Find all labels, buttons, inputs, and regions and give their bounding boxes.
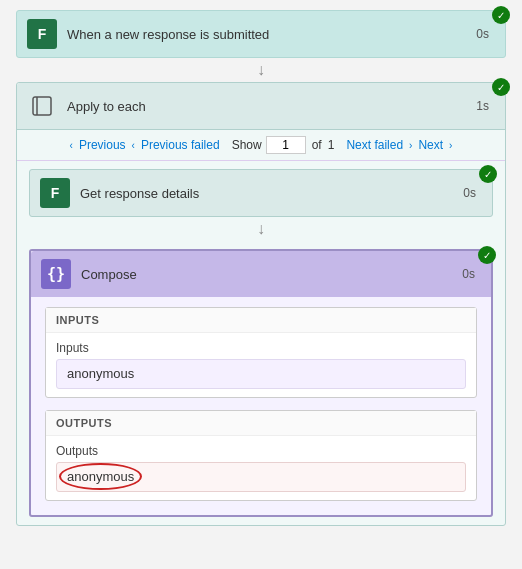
compose-body: INPUTS Inputs anonymous OUTPUTS Outputs: [31, 297, 491, 515]
compose-header[interactable]: {} Compose 0s ✓: [31, 251, 491, 297]
chevron-right-next: ›: [449, 140, 452, 151]
loop-inner-content: F Get response details 0s ✓ ↓ {} Compose…: [17, 161, 505, 525]
next-button[interactable]: Next: [416, 138, 445, 152]
outputs-field-value: anonymous: [56, 462, 466, 492]
outputs-field-label: Outputs: [56, 444, 466, 458]
inner-step-duration: 0s: [463, 186, 476, 200]
get-response-block[interactable]: F Get response details 0s ✓: [29, 169, 493, 217]
chevron-right-nextfail: ›: [409, 140, 412, 151]
previous-failed-button[interactable]: Previous failed: [139, 138, 222, 152]
trigger-status-check: ✓: [492, 6, 510, 24]
compose-icon: {}: [41, 259, 71, 289]
loop-status-check: ✓: [492, 78, 510, 96]
inputs-section-header: INPUTS: [46, 308, 476, 333]
compose-block: {} Compose 0s ✓ INPUTS Inputs anonymous: [29, 249, 493, 517]
inputs-field-value: anonymous: [56, 359, 466, 389]
forms-icon: F: [27, 19, 57, 49]
previous-button[interactable]: Previous: [77, 138, 128, 152]
trigger-title: When a new response is submitted: [67, 27, 476, 42]
inputs-section-content: Inputs anonymous: [46, 333, 476, 397]
inputs-field-label: Inputs: [56, 341, 466, 355]
total-pages: 1: [328, 138, 335, 152]
arrow-2: ↓: [257, 217, 265, 241]
flow-container: F When a new response is submitted 0s ✓ …: [0, 0, 522, 536]
compose-title: Compose: [81, 267, 462, 282]
loop-header[interactable]: Apply to each 1s ✓: [17, 83, 505, 130]
trigger-header[interactable]: F When a new response is submitted 0s ✓: [16, 10, 506, 58]
pagination-bar: ‹ Previous ‹ Previous failed Show of 1 N…: [17, 130, 505, 161]
forms-icon-inner: F: [40, 178, 70, 208]
loop-block: Apply to each 1s ✓ ‹ Previous ‹ Previous…: [16, 82, 506, 526]
outputs-section: OUTPUTS Outputs anonymous: [45, 410, 477, 501]
trigger-duration: 0s: [476, 27, 489, 41]
compose-check: ✓: [478, 246, 496, 264]
inner-step-check: ✓: [479, 165, 497, 183]
chevron-left-prevfail: ‹: [132, 140, 135, 151]
inputs-section: INPUTS Inputs anonymous: [45, 307, 477, 398]
outputs-section-header: OUTPUTS: [46, 411, 476, 436]
loop-icon: [27, 91, 57, 121]
outputs-section-content: Outputs anonymous: [46, 436, 476, 500]
outputs-value-highlighted: anonymous: [67, 469, 134, 484]
page-input[interactable]: [266, 136, 306, 154]
compose-duration: 0s: [462, 267, 475, 281]
of-label: of: [312, 138, 322, 152]
arrow-1: ↓: [257, 58, 265, 82]
svg-rect-0: [33, 97, 51, 115]
loop-duration: 1s: [476, 99, 489, 113]
inner-step-title: Get response details: [80, 186, 463, 201]
loop-title: Apply to each: [67, 99, 476, 114]
chevron-left-prev: ‹: [70, 140, 73, 151]
show-label: Show: [232, 138, 262, 152]
next-failed-button[interactable]: Next failed: [344, 138, 405, 152]
trigger-block: F When a new response is submitted 0s ✓: [16, 10, 506, 58]
